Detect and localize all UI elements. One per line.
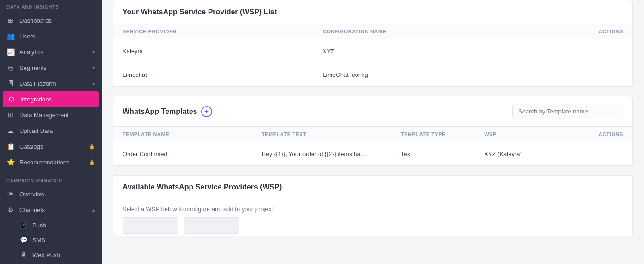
users-icon: 👥 [6,32,15,40]
sidebar-section-header-data: DATA AND INSIGHTS [0,0,102,13]
available-wsp-card: Available WhatsApp Service Providers (WS… [113,175,633,236]
sidebar-sub-item-push[interactable]: 📱 Push [0,218,102,233]
chevron-down-icon: ▾ [92,49,95,55]
web-push-icon: 🖥 [19,251,28,258]
lock-icon: 🔒 [89,144,95,150]
col-header-service-provider: SERVICE PROVIDER [123,29,323,34]
col-header-actions: ACTIONS [523,29,623,34]
sidebar-sub-item-label: SMS [32,237,45,244]
sidebar-item-label: Analytics [19,49,88,56]
add-template-button[interactable]: + [201,106,212,117]
sidebar-section-header-campaign: CAMPAIGN MANAGER [0,174,102,186]
template-text-0: Hey {{1}}, Your order of {{2}} items ha.… [262,151,401,157]
sidebar-item-label: Segments [19,64,88,71]
available-wsp-desc: Select a WSP below to configure and add … [113,199,632,217]
data-management-icon: ⊞ [6,111,15,119]
sidebar-item-label: Dashboards [19,17,95,24]
chevron-down-icon: ▾ [92,65,95,71]
chevron-up-icon: ▴ [92,207,95,213]
wsp-config-name-0: XYZ [323,48,523,55]
sidebar-sub-item-email[interactable]: ✉ Email [0,262,102,264]
sidebar-item-overview[interactable]: 👁 Overview [0,186,102,202]
sidebar-sub-item-web-push[interactable]: 🖥 Web Push [0,247,102,262]
col-header-template-name: TEMPLATE NAME [123,132,262,137]
col-header-config-name: CONFIGURATION NAME [323,29,523,34]
wsp-list-title-bar: Your WhatsApp Service Provider (WSP) Lis… [113,0,632,24]
templates-table-header: TEMPLATE NAME TEMPLATE TEXT TEMPLATE TYP… [113,127,632,142]
col-header-template-text: TEMPLATE TEXT [262,132,401,137]
chevron-up-icon: ▴ [92,81,95,87]
data-platform-icon: 🗄 [6,80,15,87]
search-template-input[interactable] [512,104,623,119]
templates-title-left: WhatsApp Templates + [123,106,212,117]
sidebar-item-users[interactable]: 👥 Users [0,28,102,44]
sidebar-item-label: Catalogs [19,143,84,150]
templates-card: WhatsApp Templates + TEMPLATE NAME TEMPL… [113,96,633,166]
col-header-template-type: TEMPLATE TYPE [401,132,485,137]
sidebar-item-data-platform[interactable]: 🗄 Data Platform ▴ [0,75,102,91]
wsp-row-more-button-1[interactable]: ⋮ [523,69,623,80]
segments-icon: ◎ [6,64,15,71]
table-row: Kaleyra XYZ ⋮ [113,39,632,63]
sidebar-item-analytics[interactable]: 📈 Analytics ▾ [0,44,102,60]
template-type-0: Text [401,151,485,157]
wsp-row-more-button-0[interactable]: ⋮ [523,46,623,56]
sms-icon: 💬 [19,236,28,244]
sidebar-sub-item-sms[interactable]: 💬 SMS [0,233,102,247]
sidebar-item-recommendations[interactable]: ⭐ Recommendations 🔒 [0,154,102,170]
lock-icon: 🔒 [89,159,95,165]
upload-data-icon: ☁ [6,127,15,134]
templates-title-bar: WhatsApp Templates + [113,96,632,127]
catalogs-icon: 📋 [6,143,15,150]
sidebar-item-label: Upload Data [19,127,95,134]
col-header-template-actions: ACTIONS [568,132,623,137]
sidebar-item-catalogs[interactable]: 📋 Catalogs 🔒 [0,138,102,154]
main-content: Your WhatsApp Service Provider (WSP) Lis… [102,0,644,264]
sidebar-item-label: Users [19,33,95,40]
push-icon: 📱 [19,221,28,229]
sidebar-item-label: Data Platform [19,80,88,87]
sidebar-item-channels[interactable]: ⚙ Channels ▴ [0,202,102,218]
wsp-service-provider-0: Kaleyra [123,48,323,55]
recommendations-icon: ⭐ [6,158,15,166]
available-wsp-title: Available WhatsApp Service Providers (WS… [113,176,632,199]
sidebar-item-segments[interactable]: ◎ Segments ▾ [0,60,102,75]
sidebar-sub-item-label: Push [32,222,46,229]
table-row: Order Confirmed Hey {{1}}, Your order of… [113,142,632,165]
wsp-table-header: SERVICE PROVIDER CONFIGURATION NAME ACTI… [113,24,632,39]
integrations-icon: ⬡ [7,95,16,103]
wsp-list-title: Your WhatsApp Service Provider (WSP) Lis… [123,8,277,16]
sidebar-item-label: Overview [19,191,95,198]
sidebar-sub-item-label: Web Push [32,251,60,258]
overview-icon: 👁 [6,190,15,198]
channels-icon: ⚙ [6,206,15,214]
sidebar-item-label: Channels [19,207,88,214]
sidebar-item-label: Data Management [19,112,95,119]
template-row-more-button-0[interactable]: ⋮ [568,149,623,159]
sidebar-item-label: Recommendations [19,159,84,166]
templates-title: WhatsApp Templates [123,107,197,116]
sidebar-item-integrations[interactable]: ⬡ Integrations [3,91,99,107]
wsp-service-provider-1: Limechat [123,71,323,78]
sidebar: DATA AND INSIGHTS ⊞ Dashboards 👥 Users 📈… [0,0,102,264]
sidebar-item-label: Integrations [20,96,94,103]
sidebar-item-dashboards[interactable]: ⊞ Dashboards [0,13,102,28]
table-row: Limechat LimeChat_config ⋮ [113,63,632,86]
col-header-template-wsp: WSP [484,132,568,137]
template-wsp-0: XYZ (Kaleyra) [484,151,568,157]
sidebar-item-data-management[interactable]: ⊞ Data Management [0,107,102,123]
sidebar-item-upload-data[interactable]: ☁ Upload Data [0,123,102,138]
wsp-list-card: Your WhatsApp Service Provider (WSP) Lis… [113,0,633,87]
template-name-0: Order Confirmed [123,151,262,157]
wsp-config-name-1: LimeChat_config [323,71,523,78]
dashboards-icon: ⊞ [6,17,15,24]
analytics-icon: 📈 [6,48,15,56]
